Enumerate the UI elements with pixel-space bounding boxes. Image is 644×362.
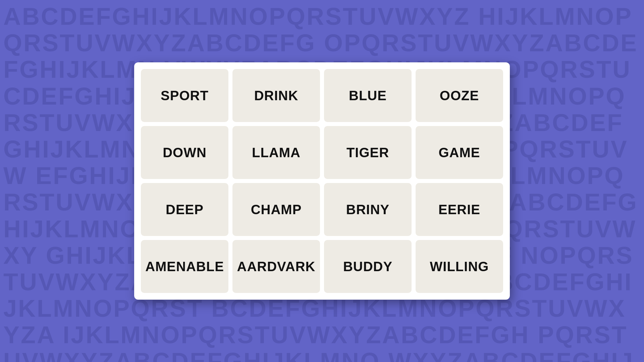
word-grid: SPORTDRINKBLUEOOZEDOWNLLAMATIGERGAMEDEEP… bbox=[141, 69, 503, 293]
word-card-buddy[interactable]: BUDDY bbox=[324, 240, 412, 293]
word-label: BLUE bbox=[349, 88, 387, 103]
word-label: LLAMA bbox=[252, 145, 301, 160]
word-card-game[interactable]: GAME bbox=[416, 126, 503, 179]
word-card-willing[interactable]: WILLING bbox=[416, 240, 503, 293]
word-label: TIGER bbox=[346, 145, 389, 160]
word-card-deep[interactable]: DEEP bbox=[141, 183, 228, 236]
card-panel: SPORTDRINKBLUEOOZEDOWNLLAMATIGERGAMEDEEP… bbox=[134, 62, 510, 300]
word-label: WILLING bbox=[430, 259, 489, 274]
word-card-briny[interactable]: BRINY bbox=[324, 183, 412, 236]
word-card-eerie[interactable]: EERIE bbox=[416, 183, 503, 236]
word-card-down[interactable]: DOWN bbox=[141, 126, 228, 179]
word-card-drink[interactable]: DRINK bbox=[232, 69, 320, 122]
word-card-sport[interactable]: SPORT bbox=[141, 69, 228, 122]
word-card-blue[interactable]: BLUE bbox=[324, 69, 412, 122]
word-card-champ[interactable]: CHAMP bbox=[232, 183, 320, 236]
word-label: CHAMP bbox=[251, 202, 302, 217]
word-card-amenable[interactable]: AMENABLE bbox=[141, 240, 228, 293]
word-label: DOWN bbox=[163, 145, 207, 160]
word-label: EERIE bbox=[438, 202, 480, 217]
word-label: BRINY bbox=[346, 202, 389, 217]
word-label: GAME bbox=[439, 145, 480, 160]
word-card-aardvark[interactable]: AARDVARK bbox=[232, 240, 320, 293]
word-label: SPORT bbox=[161, 88, 209, 103]
word-label: AARDVARK bbox=[237, 259, 316, 274]
word-label: OOZE bbox=[440, 88, 479, 103]
word-card-ooze[interactable]: OOZE bbox=[416, 69, 503, 122]
word-label: DRINK bbox=[254, 88, 299, 103]
word-label: AMENABLE bbox=[145, 259, 224, 274]
word-label: DEEP bbox=[166, 202, 204, 217]
word-card-llama[interactable]: LLAMA bbox=[232, 126, 320, 179]
word-card-tiger[interactable]: TIGER bbox=[324, 126, 412, 179]
word-label: BUDDY bbox=[343, 259, 392, 274]
